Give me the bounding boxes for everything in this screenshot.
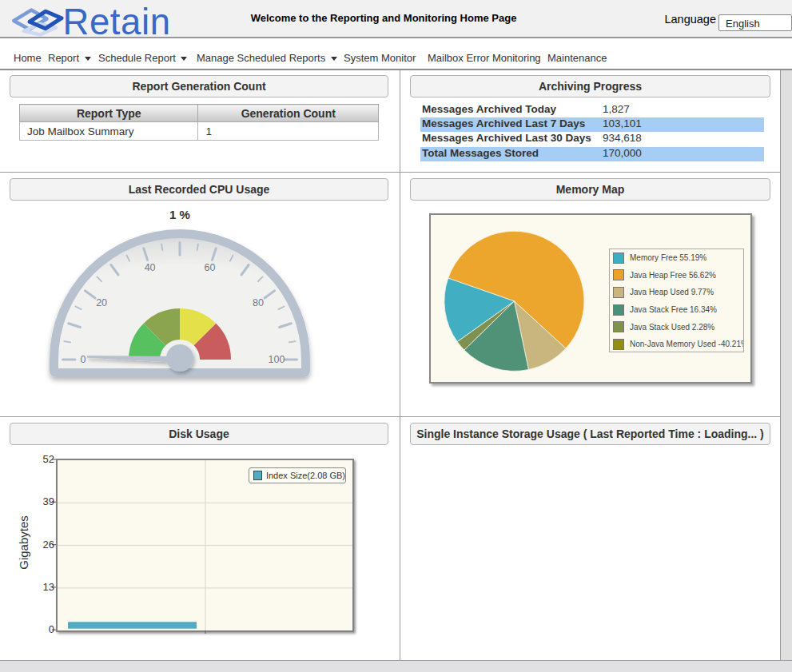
svg-text:20: 20 [96,297,107,308]
svg-text:0: 0 [81,354,86,365]
svg-text:80: 80 [253,297,264,308]
svg-text:100: 100 [269,354,285,365]
svg-text:60: 60 [204,262,215,273]
svg-text:40: 40 [145,262,156,273]
